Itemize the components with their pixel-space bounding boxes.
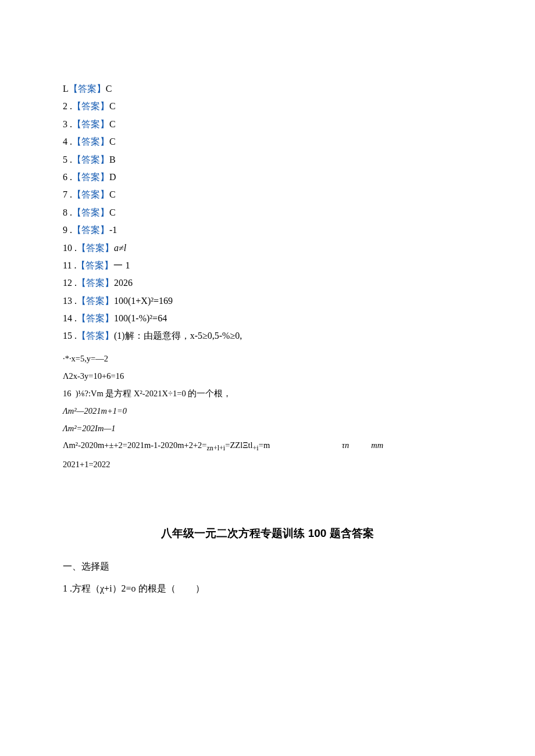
- answer-row: 9 .【答案】-1: [63, 223, 472, 238]
- work-line-1: ·*·x=5,y=—2: [63, 352, 472, 366]
- answer-value: C: [109, 137, 116, 146]
- work-line-6-tn: τn: [342, 440, 349, 450]
- answer-label: 【答案】: [72, 172, 109, 182]
- answer-row: 3 .【答案】C: [63, 117, 472, 132]
- sep: .: [67, 172, 72, 182]
- question-1: 1 .方程（χ+i）2=o 的根是（）: [63, 581, 472, 596]
- answer-row: 6 .【答案】D: [63, 170, 472, 185]
- answer-num: 13: [63, 296, 72, 306]
- answer-value: (1)解：由题意得，x-5≥0,5-%≥0,: [114, 331, 242, 341]
- answer-num: 5: [63, 155, 67, 164]
- answer-row: 8 .【答案】C: [63, 205, 472, 220]
- answer-value: D: [109, 172, 116, 182]
- answer-row: 5 .【答案】B: [63, 152, 472, 167]
- work-line-6-end: =m: [259, 440, 270, 450]
- answer-row: 12 .【答案】2026: [63, 275, 472, 291]
- answer-value: 100(1-%)²=64: [114, 313, 167, 323]
- answer-num: 11: [63, 260, 72, 270]
- answer-label: 【答案】: [77, 313, 114, 323]
- answer-label: 【答案】: [77, 278, 114, 288]
- answer-num: 6: [63, 172, 67, 182]
- work-line-6-a: Λm²-2020m+±+2=2021m-1-2020m+2+2=: [63, 440, 206, 450]
- question-1-body: .方程（χ+i）2=o 的根是（: [70, 583, 176, 593]
- answer-num: 2: [63, 101, 67, 111]
- work-line-3: 16 )⅛?:Vm 是方程 X²-2021X÷1=0 的一个根，: [63, 387, 472, 401]
- work-line-6-sub2: +i: [253, 444, 259, 452]
- work-line-3-num: 16: [63, 389, 72, 398]
- question-1-close: ）: [195, 583, 205, 593]
- work-line-6: Λm²-2020m+±+2=2021m-1-2020m+2+2=zn+l+i=Z…: [63, 439, 472, 454]
- sep: .: [67, 101, 72, 111]
- answer-value: 2026: [114, 278, 133, 288]
- answer-label: 【答案】: [77, 331, 114, 341]
- answer-label: 【答案】: [76, 260, 113, 270]
- answer-row: 2 .【答案】C: [63, 99, 472, 114]
- sep: .: [72, 313, 77, 323]
- work-line-2: Λ2x-3y=10+6=16: [63, 370, 472, 384]
- answer-num: 14: [63, 313, 72, 323]
- work-line-6-sub: zn+l+i: [206, 444, 225, 452]
- question-1-num: 1: [63, 583, 67, 593]
- work-line-5: Λm²=202Im—1: [63, 422, 472, 436]
- work-line-4: Λm²—2021m+1=0: [63, 404, 472, 418]
- answer-label: 【答案】: [72, 155, 109, 164]
- answer-value: C: [106, 84, 112, 94]
- answer-row: L【答案】C: [63, 81, 472, 96]
- answer-row: 13 .【答案】100(1+X)²=169: [63, 293, 472, 309]
- answer-row: 10 .【答案】a≠l: [63, 241, 472, 256]
- sep: .: [67, 189, 72, 199]
- subsection-label: 一、选择题: [63, 559, 472, 574]
- sep: .: [67, 137, 72, 146]
- answer-value: -1: [109, 225, 117, 235]
- work-line-3-body: )⅛?:Vm 是方程 X²-2021X÷1=0 的一个根，: [76, 389, 232, 398]
- answer-label: 【答案】: [72, 207, 109, 217]
- sep: .: [67, 155, 72, 164]
- answer-list: L【答案】C 2 .【答案】C 3 .【答案】C 4 .【答案】C 5 .【答案…: [63, 81, 472, 344]
- answer-num: L: [63, 84, 69, 94]
- answer-row: 4 .【答案】C: [63, 134, 472, 149]
- answer-label: 【答案】: [72, 225, 109, 235]
- answer-row: 7 .【答案】C: [63, 187, 472, 202]
- answer-value: C: [109, 119, 116, 129]
- answer-label: 【答案】: [77, 296, 114, 306]
- answer-row-15: 15 .【答案】(1)解：由题意得，x-5≥0,5-%≥0,: [63, 328, 472, 343]
- sep: .: [72, 243, 77, 253]
- answer-label: 【答案】: [69, 84, 106, 94]
- section-title: 八年级一元二次方程专题训练 100 题含答案: [63, 524, 472, 542]
- answer-value: 一 1: [113, 260, 130, 270]
- answer-label: 【答案】: [72, 189, 109, 199]
- sep: .: [72, 331, 77, 341]
- answer-value: a≠l: [114, 243, 126, 253]
- sep: .: [72, 278, 77, 288]
- answer-value: B: [109, 155, 116, 164]
- work-line-6-mm: mm: [371, 440, 383, 450]
- answer-value: C: [109, 207, 116, 217]
- sep: .: [67, 207, 72, 217]
- work-line-7: 2021+1=2022: [63, 458, 472, 472]
- answer-row: 14 .【答案】100(1-%)²=64: [63, 311, 472, 326]
- answer-num: 10: [63, 243, 72, 253]
- answer-value: 100(1+X)²=169: [114, 296, 173, 306]
- answer-value: C: [109, 101, 116, 111]
- answer-label: 【答案】: [72, 101, 109, 111]
- answer-row: 11 .【答案】一 1: [63, 258, 472, 273]
- answer-num: 12: [63, 278, 72, 288]
- answer-num: 8: [63, 207, 67, 217]
- answer-num: 15: [63, 331, 72, 341]
- answer-label: 【答案】: [77, 243, 114, 253]
- sep: .: [72, 296, 77, 306]
- answer-label: 【答案】: [72, 137, 109, 146]
- sep: .: [67, 119, 72, 129]
- answer-num: 7: [63, 189, 67, 199]
- answer-value: C: [109, 189, 116, 199]
- sep: .: [67, 225, 72, 235]
- work-line-6-mid: =ZZlΞtl: [225, 440, 252, 450]
- answer-num: 4: [63, 137, 67, 146]
- answer-label: 【答案】: [72, 119, 109, 129]
- answer-num: 3: [63, 119, 67, 129]
- answer-num: 9: [63, 225, 67, 235]
